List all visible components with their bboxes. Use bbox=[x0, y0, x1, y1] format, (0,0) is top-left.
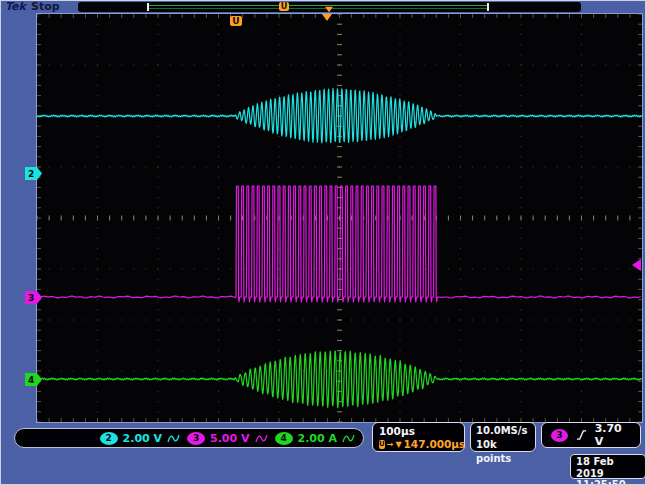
coupling-squiggle-icon bbox=[167, 433, 180, 444]
channel-4-readout: 4 2.00 A bbox=[275, 432, 355, 445]
datetime-readout: 18 Feb 2019 11:25:50 bbox=[570, 454, 646, 479]
waveform-canvas bbox=[37, 14, 642, 422]
channel-readout-bar: 2 2.00 V 3 5.00 V 4 2.00 A bbox=[14, 428, 364, 448]
coupling-squiggle-icon bbox=[342, 433, 355, 444]
trigger-position-icon bbox=[325, 7, 333, 13]
coupling-squiggle-icon bbox=[255, 433, 268, 444]
delay-readout: U → ▼ 147.000µs bbox=[379, 438, 458, 451]
trigger-source-badge: 3 bbox=[551, 429, 568, 442]
delay-value: 147.000µs bbox=[404, 438, 466, 451]
expansion-point-icon: U bbox=[379, 440, 385, 449]
channel-2-badge: 2 bbox=[100, 432, 118, 445]
channel-4-scale: 2.00 A bbox=[298, 432, 337, 445]
acquisition-readout: 10.0MS/s 10k points bbox=[470, 422, 536, 452]
expansion-point-icon: U bbox=[279, 2, 289, 11]
horizontal-readout: 100µs U → ▼ 147.000µs bbox=[372, 422, 465, 452]
trigger-level-arrow-icon bbox=[632, 259, 641, 271]
trigger-position-icon bbox=[322, 14, 332, 21]
record-waveform-line bbox=[149, 8, 488, 9]
time-value: 11:25:50 bbox=[576, 479, 640, 485]
sample-rate: 10.0MS/s bbox=[476, 424, 530, 438]
record-view-strip: U bbox=[78, 2, 581, 12]
expansion-point-icon: U bbox=[230, 16, 242, 26]
date-value: 18 Feb 2019 bbox=[576, 456, 640, 479]
trigger-position-icon: ▼ bbox=[395, 440, 401, 449]
trigger-readout: 3 3.70 V bbox=[541, 422, 641, 448]
delay-arrow-icon: → bbox=[387, 440, 394, 449]
oscilloscope-screen: Tek Stop U U 2 3 4 2 2.00 V 3 5.00 V bbox=[0, 0, 646, 485]
record-length: 10k points bbox=[476, 438, 530, 466]
channel-4-badge: 4 bbox=[275, 432, 293, 445]
rising-edge-icon bbox=[576, 429, 587, 441]
window-bracket-right bbox=[487, 3, 489, 11]
tek-logo: Tek bbox=[5, 0, 26, 13]
timebase-value: 100µs bbox=[379, 424, 458, 438]
channel-3-scale: 5.00 V bbox=[210, 432, 249, 445]
record-waveform-line bbox=[149, 5, 488, 6]
channel-2-scale: 2.00 V bbox=[123, 432, 162, 445]
window-bracket-left bbox=[147, 3, 149, 11]
trigger-level: 3.70 V bbox=[595, 422, 631, 448]
channel-3-readout: 3 5.00 V bbox=[187, 432, 267, 445]
channel-3-badge: 3 bbox=[187, 432, 205, 445]
channel-2-readout: 2 2.00 V bbox=[100, 432, 180, 445]
acquisition-status: Stop bbox=[31, 0, 60, 13]
